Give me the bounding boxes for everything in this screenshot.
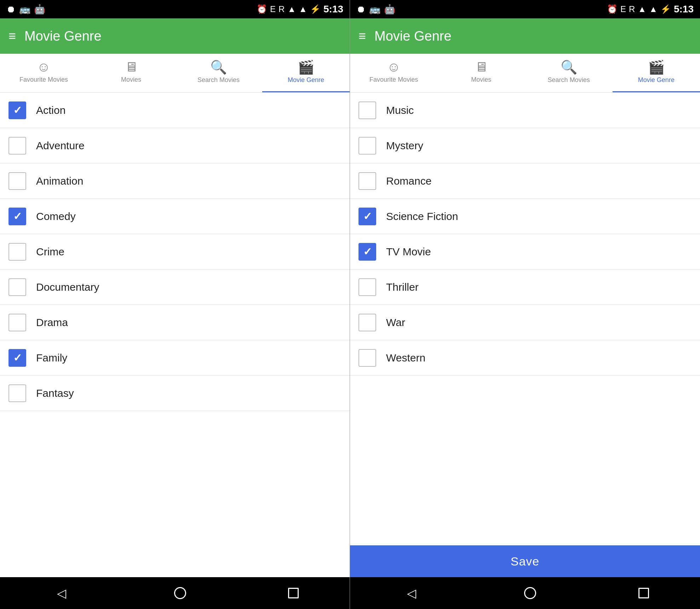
genre-mystery-label: Mystery: [386, 140, 423, 152]
bottom-nav-right: ◁: [350, 577, 700, 609]
checkbox-comedy[interactable]: [8, 208, 26, 225]
home-button-left[interactable]: [174, 587, 186, 599]
checkbox-family[interactable]: [8, 349, 26, 367]
genre-science-fiction[interactable]: Science Fiction: [350, 199, 700, 234]
genre-fantasy[interactable]: Fantasy: [0, 376, 350, 411]
checkbox-adventure[interactable]: [8, 137, 26, 155]
tab-search-right[interactable]: 🔍 Search Movies: [525, 54, 613, 92]
tab-movies-left[interactable]: 🖥 Movies: [87, 54, 175, 92]
back-button-right[interactable]: ◁: [401, 586, 422, 600]
tab-search-label-left: Search Movies: [197, 76, 240, 84]
left-phone: ⏺ 🚌 🤖 ⏰ E R ▲ ▲ ⚡ 5:13 ≡ Movie Genre ☺: [0, 0, 350, 609]
checkbox-drama[interactable]: [8, 314, 26, 331]
right-phone: ⏺ 🚌 🤖 ⏰ E R ▲ ▲ ⚡ 5:13 ≡ Movie Genre ☺: [350, 0, 700, 609]
toolbar-right: ≡ Movie Genre: [350, 18, 700, 54]
tab-favourite-label-right: Favourite Movies: [369, 76, 418, 83]
genre-thriller[interactable]: Thriller: [350, 269, 700, 305]
checkbox-romance[interactable]: [358, 172, 376, 190]
checkbox-music[interactable]: [358, 102, 376, 119]
checkbox-western[interactable]: [358, 349, 376, 367]
movies-icon-right: 🖥: [475, 59, 488, 75]
genre-action[interactable]: Action: [0, 93, 350, 128]
genre-icon-left: 🎬: [298, 59, 314, 75]
status-right-left: ⏰ E R ▲ ▲ ⚡ 5:13: [257, 4, 343, 15]
movies-icon-left: 🖥: [125, 59, 138, 75]
app-title-left: Movie Genre: [24, 29, 102, 44]
status-right-right: ⏰ E R ▲ ▲ ⚡ 5:13: [607, 4, 694, 15]
tab-favourite-right[interactable]: ☺ Favourite Movies: [350, 54, 437, 92]
status-bar-left: ⏺ 🚌 🤖 ⏰ E R ▲ ▲ ⚡ 5:13: [0, 0, 350, 18]
tab-genre-left[interactable]: 🎬 Movie Genre: [262, 54, 350, 92]
menu-icon-right[interactable]: ≡: [358, 29, 366, 44]
checkbox-fantasy[interactable]: [8, 384, 26, 402]
menu-icon-left[interactable]: ≡: [8, 29, 16, 44]
tab-bar-right: ☺ Favourite Movies 🖥 Movies 🔍 Search Mov…: [350, 54, 700, 93]
recent-button-right[interactable]: [638, 588, 649, 598]
checkbox-tv-movie[interactable]: [358, 243, 376, 261]
checkbox-animation[interactable]: [8, 172, 26, 190]
genre-animation[interactable]: Animation: [0, 163, 350, 199]
genre-comedy[interactable]: Comedy: [0, 199, 350, 234]
genre-family-label: Family: [36, 352, 67, 364]
record-icon: ⏺: [6, 4, 16, 15]
tab-search-left[interactable]: 🔍 Search Movies: [175, 54, 262, 92]
genre-drama[interactable]: Drama: [0, 305, 350, 340]
tab-movies-right[interactable]: 🖥 Movies: [437, 54, 525, 92]
tab-favourite-left[interactable]: ☺ Favourite Movies: [0, 54, 87, 92]
genre-documentary[interactable]: Documentary: [0, 269, 350, 305]
genre-war[interactable]: War: [350, 305, 700, 340]
tab-bar-left: ☺ Favourite Movies 🖥 Movies 🔍 Search Mov…: [0, 54, 350, 93]
genre-documentary-label: Documentary: [36, 281, 99, 293]
signal-icon2: ▲: [299, 4, 307, 14]
genre-romance[interactable]: Romance: [350, 163, 700, 199]
signal-icon2-r: ▲: [649, 4, 658, 14]
back-button-left[interactable]: ◁: [51, 586, 72, 600]
genre-tv-movie[interactable]: TV Movie: [350, 234, 700, 269]
status-time-right: 5:13: [674, 4, 694, 15]
genre-adventure-label: Adventure: [36, 140, 85, 152]
save-button[interactable]: Save: [350, 545, 700, 577]
checkbox-action[interactable]: [8, 102, 26, 119]
tab-search-label-right: Search Movies: [548, 76, 590, 84]
signal-icon: ▲: [287, 4, 296, 14]
checkbox-documentary[interactable]: [8, 278, 26, 296]
genre-western[interactable]: Western: [350, 340, 700, 376]
status-icons-right: ⏺ 🚌 🤖: [356, 4, 395, 15]
genre-family[interactable]: Family: [0, 340, 350, 376]
tab-genre-right[interactable]: 🎬 Movie Genre: [613, 54, 700, 92]
genre-icon-right: 🎬: [648, 59, 665, 75]
genre-war-label: War: [386, 317, 405, 329]
genre-adventure[interactable]: Adventure: [0, 128, 350, 163]
genre-list-left: Action Adventure Animation Comedy Crime: [0, 93, 350, 577]
bottom-nav-left: ◁: [0, 577, 350, 609]
search-icon-left: 🔍: [210, 59, 227, 75]
checkbox-mystery[interactable]: [358, 137, 376, 155]
bus-icon: 🚌: [19, 4, 30, 15]
genre-crime[interactable]: Crime: [0, 234, 350, 269]
tab-genre-label-right: Movie Genre: [638, 76, 675, 84]
e-indicator: E: [270, 4, 276, 14]
genre-music[interactable]: Music: [350, 93, 700, 128]
tab-movies-label-right: Movies: [471, 76, 491, 83]
checkbox-science-fiction[interactable]: [358, 208, 376, 225]
checkbox-war[interactable]: [358, 314, 376, 331]
favourite-icon-right: ☺: [387, 59, 401, 75]
checkbox-crime[interactable]: [8, 243, 26, 261]
genre-tv-movie-label: TV Movie: [386, 246, 431, 258]
checkbox-thriller[interactable]: [358, 278, 376, 296]
recent-button-left[interactable]: [288, 588, 299, 598]
genre-animation-label: Animation: [36, 175, 83, 187]
app-title-right: Movie Genre: [374, 29, 452, 44]
genre-mystery[interactable]: Mystery: [350, 128, 700, 163]
alarm-icon: ⏰: [257, 4, 267, 14]
home-button-right[interactable]: [524, 587, 536, 599]
battery-icon-r: ⚡: [660, 4, 671, 14]
record-icon-r: ⏺: [356, 4, 366, 15]
status-icons-left: ⏺ 🚌 🤖: [6, 4, 45, 15]
tab-movies-label-left: Movies: [121, 76, 141, 83]
genre-crime-label: Crime: [36, 246, 64, 258]
status-time-left: 5:13: [323, 4, 343, 15]
battery-icon: ⚡: [310, 4, 321, 14]
genre-music-label: Music: [386, 104, 414, 116]
genre-science-fiction-label: Science Fiction: [386, 210, 458, 222]
